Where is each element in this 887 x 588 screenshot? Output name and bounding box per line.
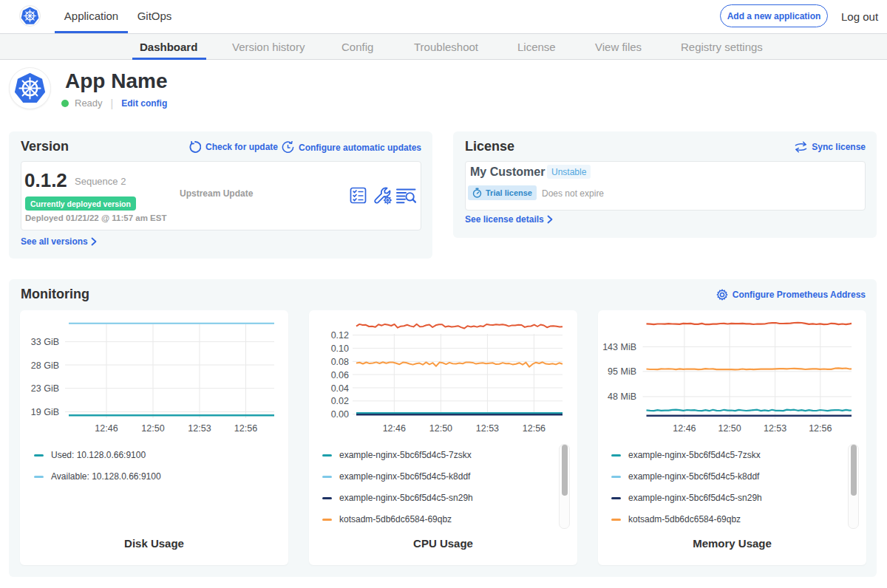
svg-text:23 GiB: 23 GiB xyxy=(31,383,59,394)
svg-text:0.10: 0.10 xyxy=(331,343,349,354)
svg-text:12:53: 12:53 xyxy=(764,423,786,434)
svg-text:12:50: 12:50 xyxy=(141,423,164,434)
svg-text:143 MiB: 143 MiB xyxy=(602,342,636,352)
svg-text:33 GiB: 33 GiB xyxy=(31,337,59,347)
svg-text:0.00: 0.00 xyxy=(331,409,349,420)
svg-text:12:46: 12:46 xyxy=(95,423,118,434)
svg-text:95 MiB: 95 MiB xyxy=(608,366,636,377)
svg-text:12:53: 12:53 xyxy=(188,423,211,434)
svg-text:0.12: 0.12 xyxy=(331,330,349,341)
svg-text:12:46: 12:46 xyxy=(673,423,696,434)
svg-text:12:46: 12:46 xyxy=(383,423,406,434)
svg-text:12:56: 12:56 xyxy=(523,423,546,434)
svg-text:28 GiB: 28 GiB xyxy=(31,360,59,371)
svg-text:12:50: 12:50 xyxy=(718,423,741,434)
svg-text:0.06: 0.06 xyxy=(331,370,349,380)
svg-text:0.08: 0.08 xyxy=(331,357,349,367)
svg-text:12:50: 12:50 xyxy=(429,423,452,434)
svg-text:19 GiB: 19 GiB xyxy=(31,407,59,417)
svg-text:12:56: 12:56 xyxy=(809,423,832,434)
svg-text:0.04: 0.04 xyxy=(331,383,349,394)
svg-text:12:53: 12:53 xyxy=(476,423,499,434)
svg-text:0.02: 0.02 xyxy=(331,396,349,406)
svg-text:12:56: 12:56 xyxy=(234,423,257,434)
svg-text:48 MiB: 48 MiB xyxy=(608,392,636,402)
